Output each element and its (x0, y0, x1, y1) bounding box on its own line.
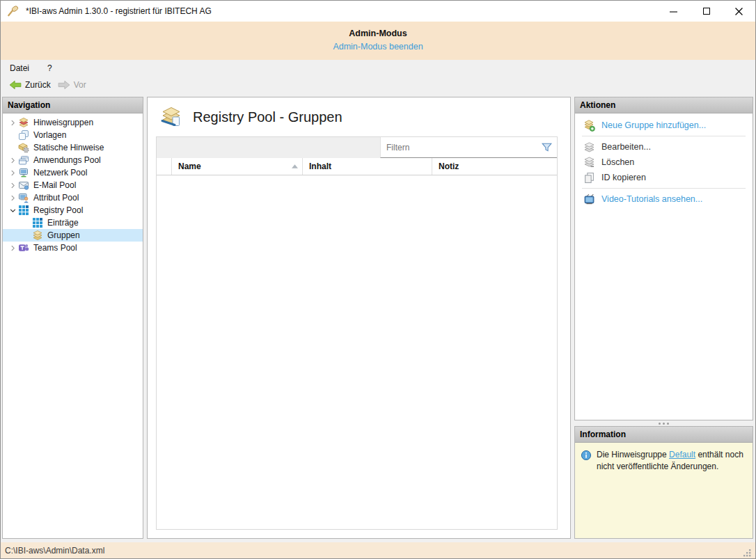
sort-asc-icon (292, 164, 298, 168)
column-header-notiz[interactable]: Notiz (432, 158, 557, 175)
tree-item-label: E-Mail Pool (33, 180, 76, 190)
forward-button[interactable]: Vor (54, 79, 90, 91)
window-title: *IBI-aws Admin 1.30.0 - registriert für … (26, 6, 657, 16)
tree-item-teams-pool[interactable]: Teams Pool (3, 242, 143, 254)
teams-icon (18, 242, 29, 253)
title-bar: *IBI-aws Admin 1.30.0 - registriert für … (1, 1, 755, 22)
mail-icon (18, 180, 29, 191)
tree-item-label: Teams Pool (33, 243, 77, 253)
tree-item-vorlagen[interactable]: Vorlagen (3, 129, 143, 141)
column-header-name[interactable]: Name (172, 158, 303, 175)
tree-item-gruppen[interactable]: Gruppen (3, 229, 143, 242)
navigation-header: Navigation (3, 97, 143, 113)
information-content: Die Hinweisgruppe Default enthält noch n… (575, 443, 753, 538)
info-text-before: Die Hinweisgruppe (597, 450, 669, 459)
action-label: ID kopieren (601, 173, 646, 182)
box-gear-icon (18, 142, 29, 153)
table-header: NameInhaltNotiz (157, 158, 557, 175)
chevron-right-icon[interactable] (7, 242, 18, 253)
close-button[interactable] (723, 1, 755, 22)
menu-item-datei[interactable]: Datei (10, 63, 29, 73)
information-header: Information (575, 427, 753, 443)
back-arrow-icon (9, 80, 22, 90)
tree-item-label: Hinweisgruppen (33, 118, 93, 127)
delete-group-icon (583, 157, 595, 168)
menu-item-help[interactable]: ? (47, 63, 52, 73)
exit-admin-mode-link[interactable]: Admin-Modus beenden (333, 42, 423, 52)
minimize-icon (670, 8, 677, 15)
panel-splitter[interactable] (574, 420, 753, 426)
information-message: Die Hinweisgruppe Default enthält noch n… (597, 449, 744, 532)
network-icon (18, 167, 29, 178)
back-button-label: Zurück (25, 80, 51, 90)
registry-grid-icon (18, 205, 29, 216)
action-label: Neue Gruppe hinzufügen... (601, 120, 706, 130)
action-label: Löschen (601, 157, 634, 167)
tree-item-eintraege[interactable]: Einträge (3, 216, 143, 229)
tree-item-label: Registry Pool (33, 205, 83, 215)
table-body[interactable] (157, 175, 557, 529)
action-neue-gruppe[interactable]: Neue Gruppe hinzufügen... (575, 118, 753, 133)
column-label: Name (178, 162, 201, 171)
group-table: NameInhaltNotiz (156, 136, 558, 530)
page-title-row: Registry Pool - Gruppen (148, 97, 570, 136)
tree-item-anwendungs-pool[interactable]: Anwendungs Pool (3, 154, 143, 166)
expander-spacer (21, 217, 32, 228)
tree-item-registry-pool[interactable]: Registry Pool (3, 204, 143, 216)
chevron-right-icon[interactable] (7, 155, 18, 166)
tree-item-email-pool[interactable]: E-Mail Pool (3, 179, 143, 191)
tree-item-attribut-pool[interactable]: Attribut Pool (3, 191, 143, 204)
chevron-right-icon[interactable] (7, 192, 18, 203)
menu-bar: Datei ? (1, 60, 755, 76)
nav-tree: HinweisgruppenVorlagenStatische Hinweise… (3, 113, 143, 538)
action-loeschen[interactable]: Löschen (575, 155, 753, 170)
layers-yellow-icon (32, 230, 43, 241)
tree-item-label: Statische Hinweise (33, 143, 104, 152)
action-label: Bearbeiten... (601, 142, 651, 152)
information-panel: Information Die Hinweisgruppe Default en… (574, 426, 753, 539)
column-header-inhalt[interactable]: Inhalt (303, 158, 432, 175)
chevron-right-icon[interactable] (7, 180, 18, 191)
layers-red-icon (18, 117, 29, 128)
filter-funnel-icon[interactable] (541, 141, 553, 153)
status-bar: C:\IBI-aws\Admin\Data.xml (1, 542, 755, 558)
registry-grid-icon (32, 217, 43, 228)
edit-group-icon (583, 141, 595, 153)
minimize-button[interactable] (657, 1, 690, 22)
default-group-link[interactable]: Default (669, 450, 695, 459)
tree-item-hinweisgruppen[interactable]: Hinweisgruppen (3, 116, 143, 129)
main-panel: Registry Pool - Gruppen NameInhaltNotiz (147, 97, 571, 539)
chevron-down-icon[interactable] (7, 205, 18, 216)
expander-spacer (7, 129, 18, 141)
tree-item-label: Vorlagen (33, 130, 66, 140)
tree-item-statische-hinweise[interactable]: Statische Hinweise (3, 141, 143, 154)
filter-band (157, 137, 557, 158)
action-bearbeiten[interactable]: Bearbeiten... (575, 139, 753, 155)
add-group-icon (583, 120, 595, 132)
back-button[interactable]: Zurück (6, 79, 54, 91)
templates-icon (18, 129, 29, 141)
admin-mode-title: Admin-Modus (1, 29, 755, 38)
attribute-icon (18, 192, 29, 203)
chevron-right-icon[interactable] (7, 117, 18, 128)
action-video-tutorials[interactable]: Video-Tutorials ansehen... (575, 191, 753, 207)
tree-item-netzwerk-pool[interactable]: Netzwerk Pool (3, 166, 143, 179)
expander-spacer (21, 230, 32, 241)
copy-icon (583, 172, 595, 184)
maximize-button[interactable] (690, 1, 723, 22)
chevron-right-icon[interactable] (7, 167, 18, 178)
maximize-icon (703, 8, 710, 15)
filter-input[interactable] (386, 143, 541, 152)
expander-spacer (7, 142, 18, 153)
data-file-path: C:\IBI-aws\Admin\Data.xml (5, 546, 743, 556)
actions-header: Aktionen (575, 97, 753, 113)
resize-grip-icon[interactable] (743, 549, 753, 558)
tree-item-label: Attribut Pool (33, 193, 79, 203)
action-label: Video-Tutorials ansehen... (601, 194, 702, 204)
app-window: *IBI-aws Admin 1.30.0 - registriert für … (0, 0, 756, 559)
actions-panel: Aktionen Neue Gruppe hinzufügen...Bearbe… (574, 97, 753, 420)
action-id-kopieren[interactable]: ID kopieren (575, 170, 753, 185)
close-icon (735, 8, 743, 15)
app-hand-icon (7, 5, 19, 17)
info-circle-icon (581, 450, 592, 461)
